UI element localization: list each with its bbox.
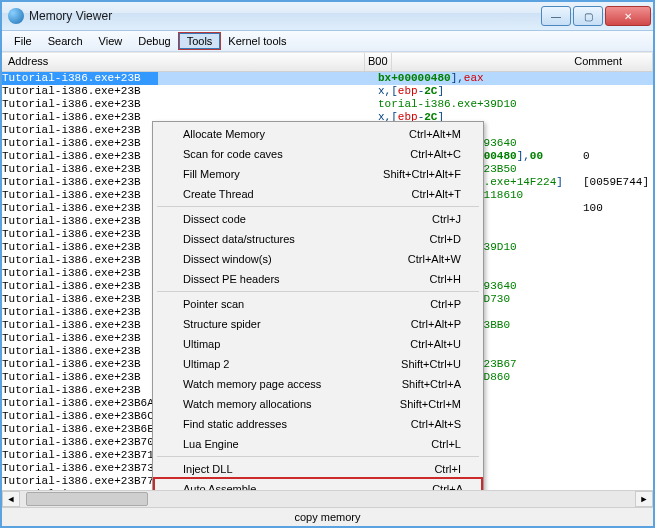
scroll-track[interactable] <box>20 491 635 507</box>
row-comment <box>583 267 653 280</box>
row-comment <box>583 410 653 423</box>
row-address: Tutorial-i386.exe+23B78 <box>2 488 158 490</box>
col-b00[interactable]: B00 <box>365 53 392 71</box>
menuitem-scan-for-code-caves[interactable]: Scan for code cavesCtrl+Alt+C <box>155 144 481 164</box>
menuitem-shortcut: Shift+Ctrl+M <box>400 398 461 410</box>
column-header: Address B00 Comment <box>2 52 653 72</box>
row-address: Tutorial-i386.exe+23B <box>2 241 158 254</box>
tools-menu-dropdown: Allocate MemoryCtrl+Alt+MScan for code c… <box>152 121 484 490</box>
row-address: Tutorial-i386.exe+23B <box>2 163 158 176</box>
menuitem-find-static-addresses[interactable]: Find static addressesCtrl+Alt+S <box>155 414 481 434</box>
menuitem-auto-assemble[interactable]: Auto AssembleCtrl+A <box>153 477 483 490</box>
menuitem-inject-dll[interactable]: Inject DLLCtrl+I <box>155 459 481 479</box>
menuitem-dissect-data-structures[interactable]: Dissect data/structuresCtrl+D <box>155 229 481 249</box>
scroll-thumb[interactable] <box>26 492 148 506</box>
menuitem-label: Inject DLL <box>183 463 233 475</box>
menuitem-label: Dissect PE headers <box>183 273 280 285</box>
menuitem-dissect-window-s-[interactable]: Dissect window(s)Ctrl+Alt+W <box>155 249 481 269</box>
menuitem-shortcut: Shift+Ctrl+Alt+F <box>383 168 461 180</box>
scroll-right-arrow[interactable]: ► <box>635 491 653 507</box>
menuitem-shortcut: Ctrl+Alt+U <box>410 338 461 350</box>
menuitem-shortcut: Ctrl+Alt+W <box>408 253 461 265</box>
menuitem-label: Allocate Memory <box>183 128 265 140</box>
menuitem-structure-spider[interactable]: Structure spiderCtrl+Alt+P <box>155 314 481 334</box>
disasm-row[interactable]: Tutorial-i386.exe+23Bbx+00000480],eax <box>2 72 653 85</box>
menuitem-shortcut: Ctrl+A <box>432 483 463 490</box>
menuitem-shortcut: Ctrl+Alt+P <box>411 318 461 330</box>
row-address: Tutorial-i386.exe+23B <box>2 293 158 306</box>
menuitem-dissect-code[interactable]: Dissect codeCtrl+J <box>155 209 481 229</box>
memory-viewer-window: Memory Viewer — ▢ ✕ FileSearchViewDebugT… <box>0 0 655 528</box>
row-address: Tutorial-i386.exe+23B <box>2 267 158 280</box>
row-comment <box>583 111 653 124</box>
col-spacer: Comment <box>392 53 653 71</box>
menuitem-shortcut: Ctrl+I <box>434 463 461 475</box>
menuitem-create-thread[interactable]: Create ThreadCtrl+Alt+T <box>155 184 481 204</box>
row-comment <box>583 384 653 397</box>
row-comment <box>583 72 653 85</box>
menuitem-label: Dissect data/structures <box>183 233 295 245</box>
menuitem-fill-memory[interactable]: Fill MemoryShift+Ctrl+Alt+F <box>155 164 481 184</box>
menuitem-label: Ultimap <box>183 338 220 350</box>
titlebar[interactable]: Memory Viewer — ▢ ✕ <box>2 2 653 31</box>
row-tail: bx+00000480],eax <box>378 72 583 85</box>
menu-file[interactable]: File <box>6 33 40 49</box>
menuitem-watch-memory-allocations[interactable]: Watch memory allocationsShift+Ctrl+M <box>155 394 481 414</box>
row-address: Tutorial-i386.exe+23B <box>2 280 158 293</box>
row-comment <box>583 228 653 241</box>
maximize-button[interactable]: ▢ <box>573 6 603 26</box>
disasm-row[interactable]: Tutorial-i386.exe+23Bx,[ebp-2C] <box>2 85 653 98</box>
menu-search[interactable]: Search <box>40 33 91 49</box>
menuitem-shortcut: Ctrl+Alt+M <box>409 128 461 140</box>
window-title: Memory Viewer <box>29 9 541 23</box>
menuitem-watch-memory-page-access[interactable]: Watch memory page accessShift+Ctrl+A <box>155 374 481 394</box>
menuitem-lua-engine[interactable]: Lua EngineCtrl+L <box>155 434 481 454</box>
menuitem-pointer-scan[interactable]: Pointer scanCtrl+P <box>155 294 481 314</box>
scroll-left-arrow[interactable]: ◄ <box>2 491 20 507</box>
row-address: Tutorial-i386.exe+23B <box>2 189 158 202</box>
row-address: Tutorial-i386.exe+23B <box>2 332 158 345</box>
row-comment <box>583 280 653 293</box>
menu-debug[interactable]: Debug <box>130 33 178 49</box>
minimize-button[interactable]: — <box>541 6 571 26</box>
menuitem-label: Structure spider <box>183 318 261 330</box>
col-comment[interactable]: Comment <box>574 55 622 67</box>
menuitem-shortcut: Shift+Ctrl+U <box>401 358 461 370</box>
row-comment <box>583 215 653 228</box>
menuitem-shortcut: Shift+Ctrl+A <box>402 378 461 390</box>
menuitem-shortcut: Ctrl+Alt+C <box>410 148 461 160</box>
menu-kernel-tools[interactable]: Kernel tools <box>220 33 294 49</box>
menuitem-allocate-memory[interactable]: Allocate MemoryCtrl+Alt+M <box>155 124 481 144</box>
row-address: Tutorial-i386.exe+23B <box>2 124 158 137</box>
menuitem-ultimap[interactable]: UltimapCtrl+Alt+U <box>155 334 481 354</box>
row-address: Tutorial-i386.exe+23B6A <box>2 397 158 410</box>
disasm-row[interactable]: Tutorial-i386.exe+23Btorial-i386.exe+39D… <box>2 98 653 111</box>
menuitem-label: Create Thread <box>183 188 254 200</box>
row-address: Tutorial-i386.exe+23B <box>2 137 158 150</box>
content-area: Tutorial-i386.exe+23Bbx+00000480],eaxTut… <box>2 72 653 490</box>
horizontal-scrollbar[interactable]: ◄ ► <box>2 490 653 507</box>
menuitem-label: Auto Assemble <box>183 483 256 490</box>
menu-separator <box>157 291 479 292</box>
menubar: FileSearchViewDebugToolsKernel tools <box>2 31 653 52</box>
row-comment <box>583 85 653 98</box>
row-comment <box>583 345 653 358</box>
close-button[interactable]: ✕ <box>605 6 651 26</box>
row-comment: 0 <box>583 150 653 163</box>
row-comment: 100 <box>583 202 653 215</box>
row-address: Tutorial-i386.exe+23B <box>2 202 158 215</box>
menuitem-dissect-pe-headers[interactable]: Dissect PE headersCtrl+H <box>155 269 481 289</box>
col-address[interactable]: Address <box>2 53 365 71</box>
row-comment <box>583 189 653 202</box>
menu-view[interactable]: View <box>91 33 131 49</box>
menuitem-shortcut: Ctrl+H <box>430 273 461 285</box>
menuitem-shortcut: Ctrl+Alt+T <box>411 188 461 200</box>
row-address: Tutorial-i386.exe+23B73 <box>2 462 158 475</box>
menu-tools[interactable]: Tools <box>179 33 221 49</box>
row-comment <box>583 163 653 176</box>
row-comment <box>583 423 653 436</box>
menuitem-label: Find static addresses <box>183 418 287 430</box>
menuitem-ultimap-2[interactable]: Ultimap 2Shift+Ctrl+U <box>155 354 481 374</box>
row-address: Tutorial-i386.exe+23B <box>2 384 158 397</box>
row-comment <box>583 241 653 254</box>
